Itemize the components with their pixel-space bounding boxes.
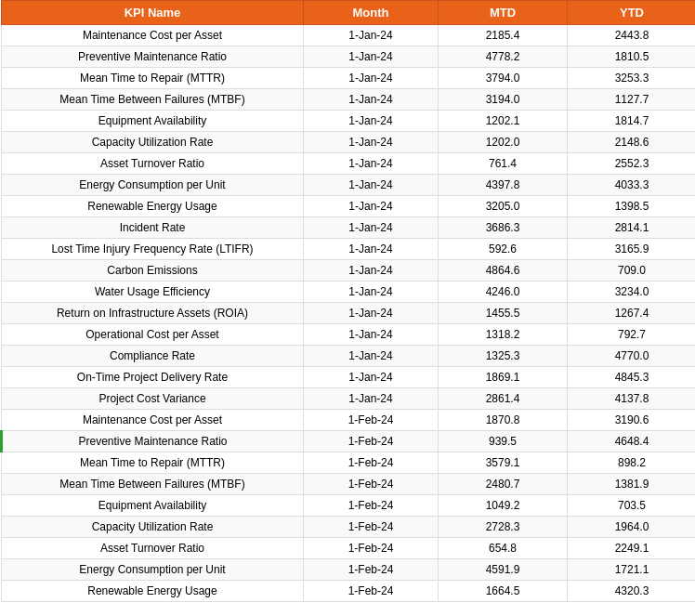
cell-mtd: 4397.8 [439,175,568,196]
cell-month: 1-Feb-24 [304,538,439,559]
cell-ytd: 792.7 [568,324,696,346]
header-month: Month [304,1,439,25]
cell-month: 1-Jan-24 [304,260,439,282]
cell-kpi-name: Energy Consumption per Unit [2,559,304,581]
cell-month: 1-Jan-24 [304,367,439,388]
cell-mtd: 1870.8 [439,410,568,431]
cell-mtd: 1664.5 [439,581,568,602]
cell-month: 1-Feb-24 [304,474,439,495]
table-row: Renewable Energy Usage1-Jan-243205.01398… [2,196,696,217]
cell-mtd: 2728.3 [439,517,568,538]
cell-mtd: 1869.1 [439,367,568,388]
cell-month: 1-Jan-24 [304,196,439,217]
cell-kpi-name: Operational Cost per Asset [2,324,304,346]
cell-kpi-name: Compliance Rate [2,346,304,367]
cell-kpi-name: Carbon Emissions [2,260,304,282]
cell-mtd: 761.4 [439,153,568,175]
cell-kpi-name: Preventive Maintenance Ratio [2,46,304,68]
cell-month: 1-Jan-24 [304,68,439,89]
cell-month: 1-Feb-24 [304,517,439,538]
cell-ytd: 4845.3 [568,367,696,388]
cell-kpi-name: Preventive Maintenance Ratio [2,431,304,452]
cell-ytd: 1381.9 [568,474,696,495]
cell-ytd: 709.0 [568,260,696,282]
cell-kpi-name: Maintenance Cost per Asset [2,410,304,431]
cell-month: 1-Jan-24 [304,303,439,324]
table-row: Project Cost Variance1-Jan-242861.44137.… [2,388,696,410]
cell-mtd: 3194.0 [439,89,568,111]
table-row: Mean Time Between Failures (MTBF)1-Feb-2… [2,474,696,495]
cell-kpi-name: Equipment Availability [2,111,304,132]
cell-mtd: 654.8 [439,538,568,559]
cell-mtd: 592.6 [439,239,568,260]
cell-kpi-name: Asset Turnover Ratio [2,538,304,559]
cell-month: 1-Jan-24 [304,388,439,410]
table-header-row: KPI Name Month MTD YTD [2,1,696,25]
header-ytd: YTD [568,1,696,25]
cell-ytd: 3253.3 [568,68,696,89]
cell-month: 1-Jan-24 [304,25,439,46]
cell-ytd: 4770.0 [568,346,696,367]
cell-mtd: 1202.1 [439,111,568,132]
table-row: Incident Rate1-Jan-243686.32814.1 [2,217,696,239]
table-row: Compliance Rate1-Jan-241325.34770.0 [2,346,696,367]
table-row: Lost Time Injury Frequency Rate (LTIFR)1… [2,239,696,260]
cell-month: 1-Jan-24 [304,175,439,196]
cell-ytd: 4320.3 [568,581,696,602]
cell-month: 1-Jan-24 [304,282,439,303]
table-row: Mean Time Between Failures (MTBF)1-Jan-2… [2,89,696,111]
cell-mtd: 4246.0 [439,282,568,303]
cell-mtd: 1318.2 [439,324,568,346]
cell-kpi-name: On-Time Project Delivery Rate [2,367,304,388]
cell-ytd: 3234.0 [568,282,696,303]
table-row: Capacity Utilization Rate1-Jan-241202.02… [2,132,696,153]
cell-mtd: 1455.5 [439,303,568,324]
cell-kpi-name: Water Usage Efficiency [2,282,304,303]
cell-mtd: 1202.0 [439,132,568,153]
cell-month: 1-Feb-24 [304,431,439,452]
table-row: Water Usage Efficiency1-Jan-244246.03234… [2,282,696,303]
cell-mtd: 4864.6 [439,260,568,282]
cell-mtd: 1325.3 [439,346,568,367]
cell-kpi-name: Mean Time Between Failures (MTBF) [2,89,304,111]
cell-ytd: 3190.6 [568,410,696,431]
table-row: Mean Time to Repair (MTTR)1-Feb-243579.1… [2,452,696,474]
cell-ytd: 2249.1 [568,538,696,559]
cell-kpi-name: Mean Time to Repair (MTTR) [2,452,304,474]
cell-mtd: 3686.3 [439,217,568,239]
cell-mtd: 2861.4 [439,388,568,410]
table-row: Return on Infrastructure Assets (ROIA)1-… [2,303,696,324]
cell-month: 1-Feb-24 [304,581,439,602]
cell-kpi-name: Energy Consumption per Unit [2,175,304,196]
table-row: Equipment Availability1-Jan-241202.11814… [2,111,696,132]
table-row: Preventive Maintenance Ratio1-Jan-244778… [2,46,696,68]
table-row: Asset Turnover Ratio1-Feb-24654.82249.1 [2,538,696,559]
cell-ytd: 2814.1 [568,217,696,239]
cell-ytd: 898.2 [568,452,696,474]
cell-ytd: 1398.5 [568,196,696,217]
header-mtd: MTD [439,1,568,25]
cell-ytd: 1721.1 [568,559,696,581]
cell-ytd: 1267.4 [568,303,696,324]
cell-kpi-name: Mean Time to Repair (MTTR) [2,68,304,89]
cell-kpi-name: Capacity Utilization Rate [2,517,304,538]
cell-kpi-name: Lost Time Injury Frequency Rate (LTIFR) [2,239,304,260]
table-body: Maintenance Cost per Asset1-Jan-242185.4… [2,25,696,602]
table-row: Capacity Utilization Rate1-Feb-242728.31… [2,517,696,538]
table-row: Equipment Availability1-Feb-241049.2703.… [2,495,696,517]
cell-mtd: 3205.0 [439,196,568,217]
cell-month: 1-Feb-24 [304,410,439,431]
table-row: Energy Consumption per Unit1-Jan-244397.… [2,175,696,196]
cell-mtd: 3794.0 [439,68,568,89]
cell-mtd: 2185.4 [439,25,568,46]
cell-ytd: 4648.4 [568,431,696,452]
cell-month: 1-Feb-24 [304,495,439,517]
table-row: Carbon Emissions1-Jan-244864.6709.0 [2,260,696,282]
table-row: Asset Turnover Ratio1-Jan-24761.42552.3 [2,153,696,175]
cell-ytd: 4137.8 [568,388,696,410]
cell-ytd: 2552.3 [568,153,696,175]
cell-ytd: 1810.5 [568,46,696,68]
table-row: Preventive Maintenance Ratio1-Feb-24939.… [2,431,696,452]
cell-kpi-name: Maintenance Cost per Asset [2,25,304,46]
cell-month: 1-Jan-24 [304,217,439,239]
